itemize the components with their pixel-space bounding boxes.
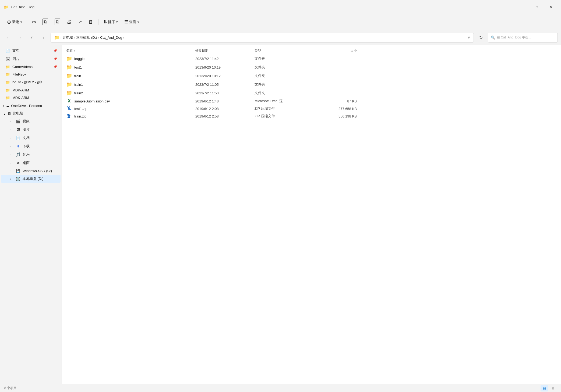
sidebar-item-videos[interactable]: › 🎬 视频	[1, 117, 61, 125]
sidebar-item-windows-ssd[interactable]: › 💾 Windows-SSD (C:)	[1, 167, 61, 174]
onedrive-icon: ☁	[6, 104, 9, 108]
sidebar-item-documents2-label: 文档	[23, 136, 30, 140]
maximize-button[interactable]: □	[530, 0, 544, 14]
sidebar-item-music[interactable]: › 🎵 音乐	[1, 151, 61, 159]
file-row-train[interactable]: 📁 train 2013/9/20 10:12 文件夹	[62, 72, 561, 80]
cut-icon: ✂	[32, 19, 36, 25]
cut-button[interactable]: ✂	[29, 17, 39, 27]
file-row-train2[interactable]: 📁 train2 2023/7/2 11:53 文件夹	[62, 89, 561, 97]
file-type-test1zip: ZIP 压缩文件	[255, 106, 319, 111]
back-button[interactable]: ←	[3, 33, 13, 42]
sidebar-item-filerecv[interactable]: 📁 FileRecv	[1, 71, 61, 78]
address-path[interactable]: 📁 › 此电脑 › 本地磁盘 (D:) › Cat_And_Dog › ∨	[51, 33, 474, 42]
file-row-kaggle[interactable]: 📁 kaggle 2023/7/2 11:42 文件夹	[62, 54, 561, 63]
file-name-train2: train2	[74, 91, 195, 95]
sort-button[interactable]: ⇅ 排序 ∨	[101, 18, 121, 26]
thispc-icon: 🖥	[8, 112, 11, 116]
close-button[interactable]: ✕	[544, 0, 558, 14]
forward-button[interactable]: →	[15, 33, 25, 42]
file-name-samplesubmission: sampleSubmission.csv	[74, 99, 195, 103]
filerecv-icon: 📁	[5, 72, 10, 76]
up-button[interactable]: ↑	[39, 33, 48, 42]
file-row-test1[interactable]: 📁 test1 2013/9/20 10:19 文件夹	[62, 63, 561, 72]
new-label: 新建	[12, 20, 19, 24]
sidebar-item-documents[interactable]: 📄 文档 📌	[1, 47, 61, 55]
desktop-icon: 🖥	[16, 161, 20, 165]
item-count: 8 个项目	[4, 386, 17, 390]
path-expand-button[interactable]: ∨	[468, 35, 470, 40]
more-button[interactable]: ···	[143, 18, 151, 26]
sidebar-item-gamevideos[interactable]: 📁 GameVideos 📌	[1, 63, 61, 70]
windows-ssd-expand-icon: ›	[10, 169, 13, 172]
sidebar-item-desktop[interactable]: › 🖥 桌面	[1, 159, 61, 167]
col-header-name[interactable]: 名称 ∧	[66, 48, 195, 53]
sidebar-item-mdkarm1[interactable]: 📁 MDK-ARM	[1, 87, 61, 94]
file-date-train2: 2023/7/2 11:53	[195, 91, 255, 95]
path-part-2[interactable]: Cat_And_Dog	[100, 35, 122, 40]
file-type-trainzip: ZIP 压缩文件	[255, 114, 319, 119]
sidebar-item-documents2[interactable]: › 📄 文档	[1, 134, 61, 142]
sidebar-item-videos-label: 视频	[23, 119, 30, 124]
sidebar-section-thispc[interactable]: ∨ 🖥 此电脑	[0, 109, 62, 117]
paste-button[interactable]: ⧉	[52, 17, 63, 27]
file-name-train1: train1	[74, 83, 195, 87]
documents2-icon: 📄	[16, 136, 20, 140]
col-header-date[interactable]: 修改日期	[195, 48, 255, 53]
sort-icon: ⇅	[103, 19, 107, 24]
file-name-kaggle: kaggle	[74, 57, 195, 61]
file-date-trainzip: 2019/6/12 2:58	[195, 114, 255, 118]
delete-button[interactable]: 🗑	[86, 17, 96, 26]
folder-icon-test1: 📁	[66, 64, 72, 70]
search-box[interactable]: 🔍 在 Cat_And_Dog 中搜...	[488, 33, 558, 42]
share-button[interactable]: ↗	[75, 17, 85, 27]
file-row-trainzip[interactable]: 🗜 train.zip 2019/6/12 2:58 ZIP 压缩文件 556,…	[62, 112, 561, 120]
refresh-button[interactable]: ↻	[476, 33, 486, 42]
sidebar-item-pictures[interactable]: 🖼 图片 📌	[1, 55, 61, 63]
sidebar-section-onedrive[interactable]: › ☁ OneDrive - Persona	[0, 102, 62, 109]
documents2-expand-icon: ›	[10, 137, 13, 140]
copy-button[interactable]: ⧉	[40, 17, 51, 27]
toolbar-sep-1	[27, 19, 27, 25]
print-button[interactable]: 🖨	[64, 17, 74, 26]
sidebar-item-hcsr-label: hc_sr - 副本 2 - 副z	[12, 80, 42, 85]
sidebar-item-pictures2[interactable]: › 🖼 图片	[1, 126, 61, 134]
new-button[interactable]: ⊕ 新建 ∨	[4, 17, 25, 27]
view-button[interactable]: ☰ 查看 ∨	[122, 18, 142, 26]
local-disk-expand-icon: ∨	[10, 177, 13, 180]
file-type-train: 文件夹	[255, 73, 319, 78]
col-header-size[interactable]: 大小	[319, 48, 362, 53]
file-row-test1zip[interactable]: 🗜 test1.zip 2019/6/12 2:08 ZIP 压缩文件 277,…	[62, 105, 561, 112]
dropdown-button[interactable]: ∨	[27, 33, 37, 42]
list-view-button[interactable]: ▤	[541, 385, 548, 391]
documents-icon: 📄	[5, 49, 10, 53]
file-row-samplesubmission[interactable]: X sampleSubmission.csv 2019/6/12 1:48 Mi…	[62, 97, 561, 105]
file-size-test1zip: 277,658 KB	[319, 107, 362, 111]
path-part-0[interactable]: 此电脑	[63, 35, 73, 40]
path-chevron-0: ›	[74, 36, 75, 39]
sidebar: 📄 文档 📌 🖼 图片 📌 📁 GameVideos 📌 📁 FileRecv …	[0, 45, 62, 384]
path-part-1[interactable]: 本地磁盘 (D:)	[76, 35, 97, 40]
downloads-icon: ⬇	[16, 144, 20, 149]
title-bar: 📁 Cat_And_Dog — □ ✕	[0, 0, 561, 14]
sidebar-item-hcsr[interactable]: 📁 hc_sr - 副本 2 - 副z	[1, 78, 61, 86]
sidebar-item-mdkarm2[interactable]: 📁 MDK-ARM	[1, 94, 61, 101]
onedrive-label: OneDrive - Persona	[11, 104, 42, 108]
file-date-train: 2013/9/20 10:12	[195, 74, 255, 78]
grid-view-button[interactable]: ⊞	[549, 385, 557, 391]
file-name-test1zip: test1.zip	[74, 107, 195, 111]
sidebar-item-local-disk-label: 本地磁盘 (D:)	[23, 176, 43, 181]
col-date-label: 修改日期	[195, 49, 208, 52]
col-size-label: 大小	[350, 49, 357, 52]
file-name-train: train	[74, 74, 195, 78]
pin-icon-documents: 📌	[54, 49, 57, 52]
sidebar-item-desktop-label: 桌面	[23, 161, 30, 165]
minimize-button[interactable]: —	[516, 0, 530, 14]
sidebar-item-local-disk[interactable]: ∨ 💽 本地磁盘 (D:)	[1, 175, 61, 183]
mdkarm2-icon: 📁	[5, 96, 10, 100]
col-sort-arrow: ∧	[74, 49, 76, 52]
col-header-type[interactable]: 类型	[255, 48, 319, 53]
file-date-test1zip: 2019/6/12 2:08	[195, 107, 255, 111]
sidebar-item-downloads[interactable]: › ⬇ 下载	[1, 142, 61, 150]
window-title: Cat_And_Dog	[11, 5, 34, 9]
file-row-train1[interactable]: 📁 train1 2023/7/2 11:05 文件夹	[62, 80, 561, 89]
